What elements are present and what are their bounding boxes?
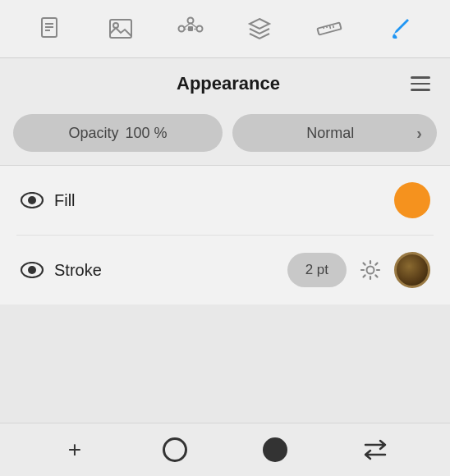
svg-line-17 xyxy=(333,25,334,28)
fill-row: Fill xyxy=(16,166,434,235)
document-icon[interactable] xyxy=(34,11,68,46)
stroke-size-button[interactable]: 2 pt xyxy=(287,253,347,287)
appearance-panel: Appearance Opacity 100 % Normal › xyxy=(0,58,450,165)
svg-rect-13 xyxy=(317,23,341,35)
chevron-right-icon: › xyxy=(416,124,422,143)
svg-point-21 xyxy=(28,266,36,274)
opacity-button[interactable]: Opacity 100 % xyxy=(13,114,223,152)
plus-icon: + xyxy=(68,438,81,461)
swap-icon xyxy=(362,438,388,461)
panel-header: Appearance xyxy=(0,58,450,106)
image-icon[interactable] xyxy=(103,11,138,46)
svg-point-7 xyxy=(196,26,202,32)
bottom-bar: + xyxy=(0,423,450,476)
add-button[interactable]: + xyxy=(60,435,90,465)
svg-point-8 xyxy=(187,18,193,24)
stroke-row: Stroke 2 pt xyxy=(16,235,434,304)
stroke-visibility-toggle[interactable] xyxy=(20,261,44,279)
svg-line-15 xyxy=(327,26,328,28)
blend-mode-button[interactable]: Normal › xyxy=(232,114,437,152)
layers-icon[interactable] xyxy=(242,11,277,46)
fill-visibility-toggle[interactable] xyxy=(20,191,44,209)
svg-point-22 xyxy=(367,267,374,274)
blend-mode-label: Normal xyxy=(252,125,408,142)
svg-rect-12 xyxy=(188,26,193,31)
panel-title: Appearance xyxy=(46,73,411,94)
toolbar xyxy=(0,0,450,58)
svg-point-6 xyxy=(178,26,184,32)
ruler-icon[interactable] xyxy=(312,11,347,46)
stroke-color-swatch[interactable] xyxy=(394,252,430,288)
fill-label: Fill xyxy=(54,191,384,210)
brush-icon[interactable] xyxy=(382,11,416,46)
svg-line-14 xyxy=(324,26,324,29)
circle-filled-icon xyxy=(263,437,287,462)
circle-filled-button[interactable] xyxy=(260,435,290,465)
opacity-value: 100 % xyxy=(125,125,167,142)
stroke-settings-icon[interactable] xyxy=(356,256,384,284)
svg-point-19 xyxy=(28,196,36,204)
menu-button[interactable] xyxy=(411,76,430,91)
circle-outline-button[interactable] xyxy=(160,435,190,465)
controls-row: Opacity 100 % Normal › xyxy=(0,106,450,165)
properties-section: Fill Stroke 2 pt xyxy=(0,166,450,304)
svg-line-16 xyxy=(329,25,330,29)
opacity-label: Opacity xyxy=(68,125,118,142)
fill-color-swatch[interactable] xyxy=(394,182,430,218)
circle-outline-icon xyxy=(163,437,187,462)
stroke-label: Stroke xyxy=(54,261,161,280)
swap-button[interactable] xyxy=(360,435,390,465)
stroke-size-value: 2 pt xyxy=(305,262,328,278)
node-icon[interactable] xyxy=(173,11,208,46)
svg-rect-4 xyxy=(110,20,131,38)
